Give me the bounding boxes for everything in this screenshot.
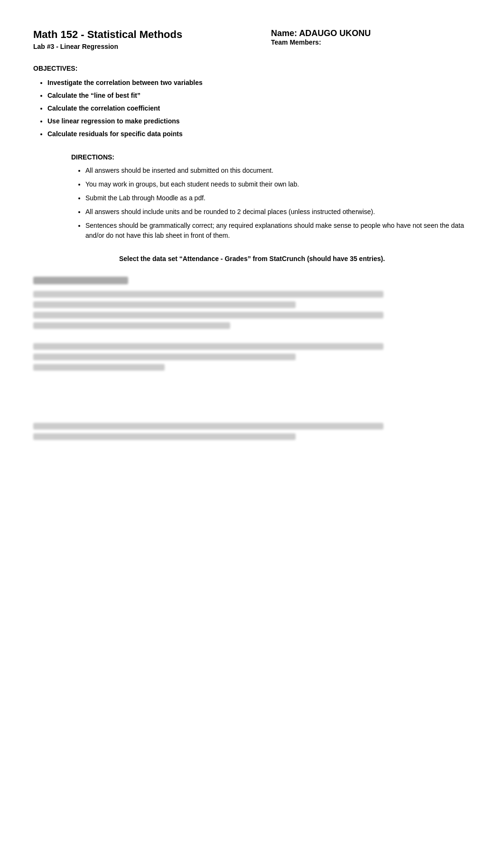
header: Math 152 - Statistical Methods Lab #3 - … xyxy=(33,28,471,50)
list-item: Calculate residuals for specific data po… xyxy=(47,129,471,139)
course-title: Math 152 - Statistical Methods xyxy=(33,28,233,41)
list-item: Calculate the correlation coefficient xyxy=(47,103,471,113)
blurred-line xyxy=(33,364,165,371)
objectives-section: OBJECTIVES: Investigate the correlation … xyxy=(33,65,471,139)
list-item: Sentences should be grammatically correc… xyxy=(85,221,471,241)
blurred-line xyxy=(33,354,296,360)
blurred-block-1 xyxy=(33,277,471,329)
list-item: You may work in groups, but each student… xyxy=(85,179,471,189)
blurred-line xyxy=(33,291,383,298)
directions-list: All answers should be inserted and submi… xyxy=(71,166,471,241)
blurred-line xyxy=(33,312,383,318)
list-item: Calculate the “line of best fit” xyxy=(47,91,471,101)
blurred-line xyxy=(33,301,296,308)
blurred-line xyxy=(33,343,383,350)
list-item: All answers should include units and be … xyxy=(85,207,471,217)
blurred-block-2 xyxy=(33,343,471,371)
page: Math 152 - Statistical Methods Lab #3 - … xyxy=(0,0,504,841)
list-item: Submit the Lab through Moodle as a pdf. xyxy=(85,193,471,203)
blurred-line xyxy=(33,423,383,430)
directions-section: DIRECTIONS: All answers should be insert… xyxy=(71,153,471,241)
list-item: Investigate the correlation between two … xyxy=(47,78,471,88)
blurred-block-3 xyxy=(33,423,471,440)
list-item: All answers should be inserted and submi… xyxy=(85,166,471,176)
blurred-line xyxy=(33,322,230,329)
select-data-instruction: Select the data set “Attendance - Grades… xyxy=(33,255,471,262)
header-right: Name: ADAUGO UKONU Team Members: xyxy=(233,28,471,46)
blurred-section-1 xyxy=(33,277,471,440)
team-members-label: Team Members: xyxy=(271,38,471,46)
blurred-line xyxy=(33,433,296,440)
blurred-title-1 xyxy=(33,277,128,284)
objectives-list: Investigate the correlation between two … xyxy=(33,78,471,139)
header-left: Math 152 - Statistical Methods Lab #3 - … xyxy=(33,28,233,50)
list-item: Use linear regression to make prediction… xyxy=(47,116,471,126)
student-name: Name: ADAUGO UKONU xyxy=(271,28,471,38)
lab-subtitle: Lab #3 - Linear Regression xyxy=(33,43,233,50)
objectives-title: OBJECTIVES: xyxy=(33,65,471,72)
directions-title: DIRECTIONS: xyxy=(71,153,471,161)
